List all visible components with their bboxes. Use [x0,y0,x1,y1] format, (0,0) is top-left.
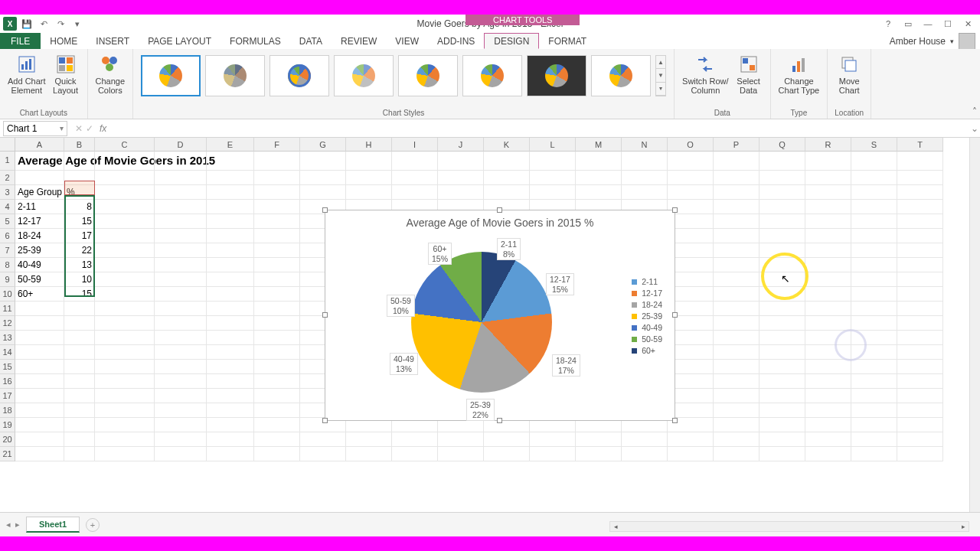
cell[interactable] [207,152,254,171]
cell[interactable] [760,302,805,316]
cell[interactable] [155,345,207,360]
cell[interactable] [64,331,95,345]
row-header[interactable]: 5 [0,214,15,229]
cell[interactable] [668,432,714,447]
cell[interactable] [254,360,300,374]
redo-icon[interactable]: ↷ [54,17,67,31]
fx-icon[interactable]: fx [100,123,106,134]
cell[interactable] [760,171,805,185]
cell[interactable] [530,152,576,171]
minimize-icon[interactable]: — [919,17,937,31]
cell[interactable] [392,185,438,200]
cell[interactable] [95,432,155,447]
cell[interactable] [805,272,851,287]
cell[interactable] [155,185,207,200]
cell[interactable] [760,403,805,418]
cell[interactable] [300,432,346,447]
cell[interactable] [155,374,207,389]
cell[interactable] [576,185,622,200]
cell[interactable] [15,331,64,345]
collapse-ribbon-icon[interactable]: ˄ [972,106,977,117]
chart-styles-gallery[interactable]: ▲▼▾ [138,52,669,99]
cell[interactable] [346,432,392,447]
cell[interactable] [64,374,95,389]
resize-handle[interactable] [672,418,678,423]
tab-scroll-right-icon[interactable]: ▸ [15,520,20,530]
cell[interactable] [207,171,254,185]
cell[interactable] [897,447,943,461]
row-header[interactable]: 1 [0,152,15,171]
cell[interactable] [622,185,668,200]
cell[interactable]: 12-17 [15,214,64,229]
cell[interactable] [760,316,805,331]
cell[interactable] [15,432,64,447]
cell[interactable] [64,403,95,418]
cell[interactable] [714,258,760,272]
row-header[interactable]: 20 [0,432,15,447]
cell[interactable] [760,200,805,214]
cell[interactable] [851,229,897,243]
row-header[interactable]: 7 [0,243,15,258]
vertical-scrollbar[interactable] [969,138,980,512]
cell[interactable] [897,360,943,374]
cell[interactable] [714,185,760,200]
cell[interactable] [64,316,95,331]
cell[interactable] [714,389,760,403]
cell[interactable] [15,171,64,185]
tab-formulas[interactable]: FORMULAS [220,33,290,49]
cell[interactable] [897,200,943,214]
resize-handle[interactable] [322,312,328,318]
cell[interactable]: 40-49 [15,258,64,272]
cell[interactable] [714,200,760,214]
cell[interactable] [668,171,714,185]
cell[interactable] [484,432,530,447]
cell[interactable] [15,389,64,403]
row-header[interactable]: 13 [0,331,15,345]
cell[interactable] [207,316,254,331]
cell[interactable] [760,214,805,229]
cell[interactable] [851,258,897,272]
column-header[interactable]: S [851,138,897,152]
cell[interactable] [438,185,484,200]
cell[interactable] [714,229,760,243]
cell[interactable] [254,258,300,272]
cell[interactable] [155,389,207,403]
cell[interactable] [714,272,760,287]
cell[interactable] [155,360,207,374]
cell[interactable] [207,272,254,287]
row-header[interactable]: 10 [0,287,15,302]
style-gallery-scroll[interactable]: ▲▼▾ [655,55,666,96]
cell[interactable] [760,432,805,447]
cell[interactable] [207,302,254,316]
cell[interactable] [95,272,155,287]
cell[interactable] [300,185,346,200]
cell[interactable] [95,214,155,229]
move-chart-button[interactable]: Move Chart [832,52,866,96]
column-header[interactable]: J [438,138,484,152]
cell[interactable] [155,229,207,243]
cell[interactable] [254,214,300,229]
cell[interactable]: 10 [64,272,95,287]
resize-handle[interactable] [322,207,328,213]
column-header[interactable]: E [207,138,254,152]
cell[interactable] [64,152,95,171]
chart-style-8[interactable] [591,55,651,96]
cell[interactable] [897,214,943,229]
cell[interactable] [15,447,64,461]
row-header[interactable]: 8 [0,258,15,272]
cell[interactable] [714,432,760,447]
cell[interactable] [851,316,897,331]
cell[interactable] [714,447,760,461]
cell[interactable] [851,418,897,432]
cell[interactable] [851,200,897,214]
row-header[interactable]: 19 [0,418,15,432]
cell[interactable] [851,447,897,461]
cell[interactable] [622,152,668,171]
column-header[interactable]: L [530,138,576,152]
cell[interactable] [438,432,484,447]
cell[interactable] [851,389,897,403]
row-header[interactable]: 15 [0,360,15,374]
cell[interactable] [714,345,760,360]
cell[interactable] [668,152,714,171]
cell[interactable] [95,403,155,418]
